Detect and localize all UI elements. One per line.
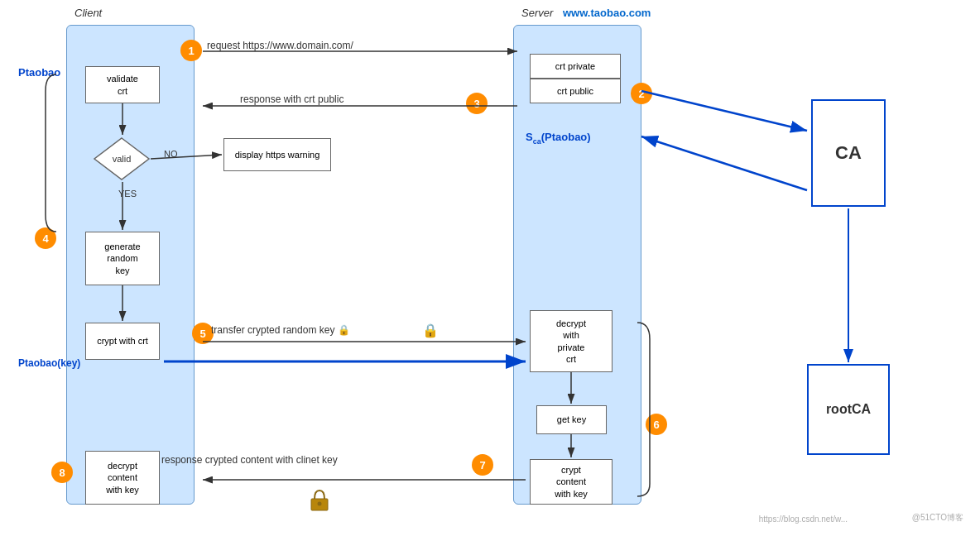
ptaobao-label: Ptaobao: [18, 66, 60, 79]
diagram: Client Server www.taobao.com validate cr…: [0, 0, 980, 536]
svg-line-16: [641, 91, 807, 131]
crypt-crt-box: crypt with crt: [85, 323, 160, 360]
watermark-51cto: @51CTO博客: [912, 512, 963, 524]
crypt-content-box: crypt content with key: [530, 459, 612, 505]
step-7-circle: 7: [472, 454, 493, 476]
response-crt-label: response with crt public: [240, 93, 343, 105]
step-4-circle: 4: [35, 227, 56, 249]
transfer-key-label: transfer crypted random key 🔒: [211, 324, 350, 336]
display-warning-box: display https warning: [223, 138, 331, 171]
server-url-label: www.taobao.com: [563, 7, 651, 19]
svg-line-17: [641, 136, 807, 190]
yes-label: YES: [118, 189, 137, 199]
decrypt-content-box: decrypt content with key: [85, 451, 160, 505]
watermark-csdn: https://blog.csdn.net/w...: [759, 514, 848, 524]
client-label: Client: [74, 7, 102, 19]
step-1-circle: 1: [180, 40, 202, 61]
server-label: Server: [521, 7, 553, 19]
no-label: NO: [164, 149, 178, 159]
s-ca-label: Sca(Ptaobao): [526, 131, 591, 146]
generate-key-box: generate random key: [85, 232, 160, 285]
svg-text:🔒: 🔒: [422, 323, 439, 338]
step-8-circle: 8: [51, 462, 73, 483]
step-6-circle: 6: [646, 414, 667, 435]
svg-point-20: [318, 502, 322, 506]
decrypt-private-box: decrypt with private crt: [530, 310, 612, 372]
valid-diamond-container: valid: [93, 136, 151, 182]
get-key-box: get key: [536, 405, 607, 434]
validate-crt-box: validate crt: [85, 66, 160, 103]
request-arrow-label: request https://www.domain.com/: [207, 40, 353, 51]
rootca-box: rootCA: [807, 364, 890, 455]
ca-box: CA: [811, 99, 886, 207]
svg-text:valid: valid: [113, 154, 132, 164]
step-2-circle: 2: [631, 83, 652, 104]
response-content-label: response crypted content with clinet key: [161, 454, 338, 466]
ptaobao-key-label: Ptaobao(key): [18, 357, 80, 369]
svg-rect-19: [311, 499, 328, 510]
crt-private-box: crt private: [530, 54, 621, 79]
step-3-circle: 3: [466, 93, 488, 114]
crt-public-box: crt public: [530, 79, 621, 103]
